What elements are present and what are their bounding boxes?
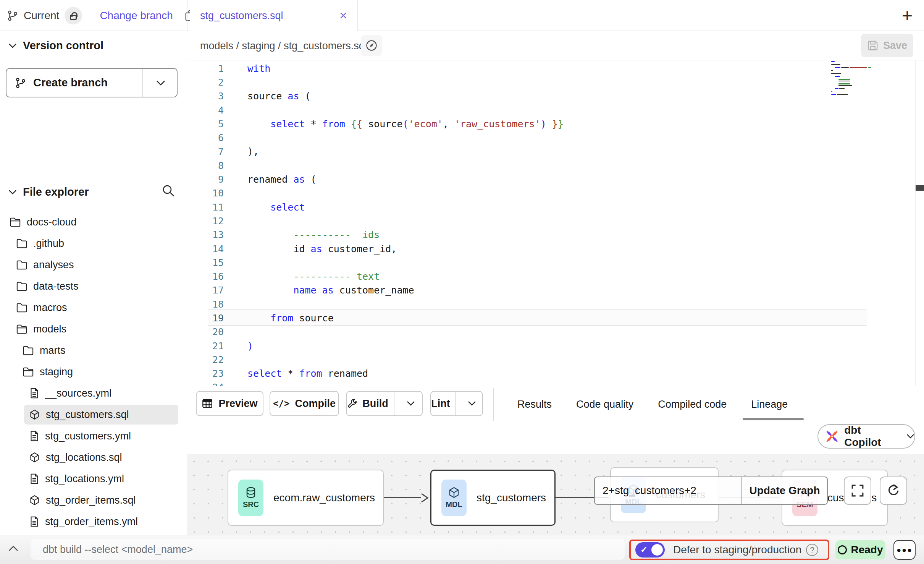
compile-button[interactable]: </> Compile — [270, 391, 339, 416]
lineage-node-source[interactable]: SRC ecom.raw_customers — [228, 470, 384, 526]
create-branch-button[interactable]: Create branch — [6, 68, 178, 97]
fullscreen-button[interactable] — [844, 476, 871, 505]
section-divider — [0, 177, 187, 177]
code-line-17[interactable]: 17 name as customer_name — [187, 284, 924, 297]
command-input[interactable] — [31, 539, 625, 560]
save-button[interactable]: Save — [861, 34, 913, 57]
code-line-10[interactable]: 10 — [187, 186, 924, 200]
code-line-24[interactable]: 24 — [187, 381, 924, 386]
tree-item--github[interactable]: .github — [0, 233, 187, 254]
refresh-button[interactable] — [880, 476, 907, 505]
line-number: 11 — [187, 202, 230, 213]
minimap-line — [831, 88, 911, 89]
defer-toggle[interactable]: ✓ — [635, 542, 665, 558]
help-icon[interactable]: ? — [806, 544, 818, 556]
tab-compiled-code[interactable]: Compiled code — [658, 399, 727, 410]
code-editor[interactable]: 1with23source as (45 select * from {{ so… — [187, 60, 924, 386]
tab-results[interactable]: Results — [517, 399, 552, 410]
code-line-13[interactable]: 13 ---------- ids — [187, 228, 924, 242]
minimap-line — [831, 85, 911, 86]
code-line-23[interactable]: 23select * from renamed — [187, 367, 924, 381]
build-dropdown[interactable] — [400, 392, 422, 415]
version-control-header[interactable]: Version control — [0, 39, 187, 52]
tree-item--sources-yml[interactable]: __sources.yml — [0, 382, 187, 404]
code-text: id as customer_id, — [247, 243, 397, 254]
code-line-3[interactable]: 3source as ( — [187, 89, 924, 103]
tree-item-stg-order-items-yml[interactable]: stg_order_items.yml — [0, 511, 187, 532]
lineage-selector-input[interactable]: 2+stg_customers+2 — [595, 477, 742, 504]
code-line-4[interactable]: 4 — [187, 103, 924, 117]
tab-close-icon[interactable]: ✕ — [339, 10, 347, 22]
file-explorer-header[interactable]: File explorer — [0, 186, 187, 198]
more-options-button[interactable]: ●●● — [893, 540, 916, 560]
newtab-divider — [889, 0, 889, 31]
chevron-down-icon[interactable] — [156, 80, 165, 86]
tree-item-stg-customers-yml[interactable]: stg_customers.yml — [0, 425, 187, 447]
code-line-20[interactable]: 20 — [187, 325, 924, 339]
tree-item-marts[interactable]: marts — [0, 340, 187, 361]
code-line-14[interactable]: 14 id as customer_id, — [187, 242, 924, 256]
new-tab-button[interactable]: + — [897, 3, 917, 28]
dbt-copilot-button[interactable]: dbt Copilot — [817, 424, 915, 449]
minimap-line — [831, 91, 911, 92]
line-number: 9 — [187, 174, 230, 185]
line-number: 19 — [187, 313, 230, 324]
chevron-up-icon[interactable] — [8, 545, 18, 551]
tree-item-staging[interactable]: staging — [0, 361, 187, 382]
code-line-8[interactable]: 8 — [187, 159, 924, 172]
line-number: 12 — [187, 216, 230, 227]
code-line-12[interactable]: 12 — [187, 214, 924, 228]
tree-item-stg-locations-sql[interactable]: stg_locations.sql — [0, 447, 187, 468]
lineage-canvas[interactable]: SRC ecom.raw_customers MDL stg_customers… — [187, 454, 924, 535]
code-line-2[interactable]: 2 — [187, 75, 924, 89]
tree-item-analyses[interactable]: analyses — [0, 254, 187, 276]
folder-open-icon — [10, 217, 21, 227]
code-line-18[interactable]: 18 — [187, 297, 924, 311]
tree-item-stg-order-items-sql[interactable]: stg_order_items.sql — [0, 489, 187, 511]
file-tree: docs-cloud.githubanalysesdata-testsmacro… — [0, 211, 187, 532]
status-badge: Ready — [835, 540, 885, 559]
line-number: 22 — [187, 354, 230, 365]
code-line-5[interactable]: 5 select * from {{ source('ecom', 'raw_c… — [187, 117, 924, 131]
lint-dropdown[interactable] — [461, 392, 482, 415]
floppy-icon — [867, 40, 879, 51]
preview-button[interactable]: Preview — [196, 391, 263, 416]
tree-item-stg-locations-yml[interactable]: stg_locations.yml — [0, 468, 187, 489]
line-number: 5 — [187, 118, 230, 130]
toggle-knob — [651, 544, 663, 556]
code-line-7[interactable]: 7), — [187, 145, 924, 159]
lineage-node-stg-customers[interactable]: MDL stg_customers — [430, 470, 556, 526]
file-health-button[interactable] — [361, 35, 382, 56]
tab-code-quality[interactable]: Code quality — [576, 399, 633, 410]
minimap[interactable] — [831, 61, 911, 95]
tree-item-stg-customers-sql[interactable]: stg_customers.sql — [0, 404, 187, 425]
code-line-19[interactable]: 19 from source — [187, 311, 924, 325]
code-line-11[interactable]: 11 select — [187, 200, 924, 214]
code-line-22[interactable]: 22 — [187, 353, 924, 366]
breadcrumb: models / staging / stg_customers.sql — [200, 40, 367, 52]
code-line-1[interactable]: 1with — [187, 62, 924, 75]
code-line-6[interactable]: 6 — [187, 131, 924, 144]
tab-lineage[interactable]: Lineage — [751, 399, 788, 410]
code-line-16[interactable]: 16 ---------- text — [187, 269, 924, 283]
tree-item-data-tests[interactable]: data-tests — [0, 276, 187, 297]
defer-annotation-box: ✓ Defer to staging/production ? — [629, 540, 829, 560]
status-label: Ready — [851, 544, 883, 556]
build-button[interactable]: Build — [347, 392, 389, 415]
line-number: 23 — [187, 368, 230, 379]
tree-item-label: __sources.yml — [45, 387, 111, 399]
tree-item-macros[interactable]: macros — [0, 297, 187, 318]
tree-item-docs-cloud[interactable]: docs-cloud — [0, 211, 187, 233]
code-line-21[interactable]: 21) — [187, 339, 924, 353]
tree-item-models[interactable]: models — [0, 318, 187, 340]
dbt-copilot-label: dbt Copilot — [844, 424, 898, 449]
lint-button[interactable]: Lint — [431, 392, 450, 415]
change-branch-link[interactable]: Change branch — [100, 10, 173, 22]
search-icon[interactable] — [162, 184, 175, 198]
update-graph-button[interactable]: Update Graph — [742, 477, 827, 504]
folder-icon — [16, 281, 27, 292]
editor-tab-stg-customers[interactable]: stg_customers.sql ✕ — [190, 0, 358, 31]
code-line-15[interactable]: 15 — [187, 256, 924, 269]
file-explorer-title: File explorer — [23, 186, 89, 198]
code-line-9[interactable]: 9renamed as ( — [187, 172, 924, 186]
